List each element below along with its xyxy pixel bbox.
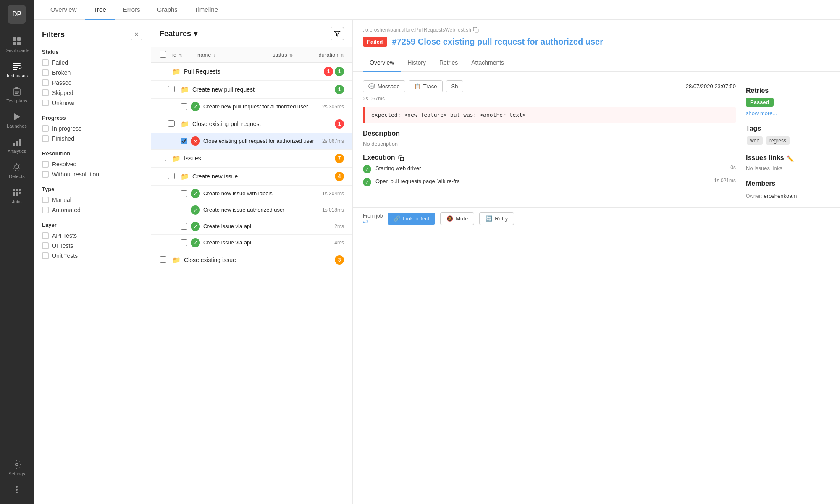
members-title: Members: [746, 180, 830, 187]
group-issues-checkbox[interactable]: [160, 155, 166, 161]
filter-failed-checkbox[interactable]: [42, 59, 49, 66]
filter-in-progress-checkbox[interactable]: [42, 125, 49, 132]
test-row-close-pr[interactable]: ✕ Close existing pull request for author…: [151, 133, 352, 150]
th-id[interactable]: id ⇅: [172, 52, 197, 58]
detail-tab-overview[interactable]: Overview: [363, 54, 401, 72]
filter-api-tests-checkbox[interactable]: [42, 232, 49, 239]
show-more-link[interactable]: show more...: [746, 110, 830, 116]
filter-automated-checkbox[interactable]: [42, 207, 49, 213]
detail-tab-attachments[interactable]: Attachments: [465, 54, 511, 72]
subfolder2-icon: 📁: [181, 120, 189, 128]
filter-unit-tests[interactable]: Unit Tests: [42, 252, 142, 259]
test-row-issue-auth[interactable]: ✓ Create new issue authorized user 1s 01…: [151, 202, 352, 218]
job-link[interactable]: #311: [363, 219, 383, 225]
sidebar-item-launches[interactable]: Launches: [0, 108, 34, 133]
test-issue-api1-checkbox[interactable]: [181, 223, 187, 230]
retry-button[interactable]: 🔄 Retry: [479, 212, 514, 225]
test-issue-api2-checkbox[interactable]: [181, 239, 187, 246]
tab-errors[interactable]: Errors: [115, 0, 149, 20]
filter-passed-checkbox[interactable]: [42, 79, 49, 86]
filter-skipped[interactable]: Skipped: [42, 89, 142, 96]
subgroup-create-issue-checkbox[interactable]: [168, 173, 175, 179]
filter-manual-label: Manual: [52, 197, 71, 203]
sidebar-item-test-plans[interactable]: Test plans: [0, 82, 34, 108]
tab-overview[interactable]: Overview: [42, 0, 85, 20]
sh-button[interactable]: Sh: [446, 80, 464, 92]
filter-broken-checkbox[interactable]: [42, 69, 49, 76]
test-close-pr-checkbox[interactable]: [181, 138, 187, 144]
tab-tree[interactable]: Tree: [85, 0, 115, 20]
copy-icon[interactable]: [473, 27, 479, 33]
tag-regress[interactable]: regress: [766, 136, 790, 145]
sidebar-item-defects[interactable]: Defects: [0, 158, 34, 183]
sidebar-item-jobs[interactable]: Jobs: [0, 183, 34, 208]
filter-automated[interactable]: Automated: [42, 207, 142, 213]
filter-in-progress[interactable]: In progress: [42, 125, 142, 132]
group-pr-checkbox[interactable]: [160, 68, 166, 74]
filter-api-tests[interactable]: API Tests: [42, 232, 142, 239]
detail-tab-retries[interactable]: Retries: [433, 54, 465, 72]
message-button[interactable]: 💬 Message: [363, 80, 405, 92]
detail-issue-number[interactable]: #7259: [392, 37, 416, 46]
filter-manual[interactable]: Manual: [42, 197, 142, 203]
filter-unit-tests-checkbox[interactable]: [42, 252, 49, 259]
filter-failed[interactable]: Failed: [42, 59, 142, 66]
tree-filter-button[interactable]: [331, 27, 344, 40]
test-issue-auth-checkbox[interactable]: [181, 207, 187, 213]
tree-title[interactable]: Features ▾: [160, 29, 197, 38]
link-defect-button[interactable]: 🔗 Link defect: [388, 213, 435, 225]
sidebar-item-test-cases[interactable]: Test cases: [0, 57, 34, 82]
filter-finished[interactable]: Finished: [42, 135, 142, 142]
subgroup-close-pr[interactable]: 📁 Close existing pull request 1: [151, 115, 352, 133]
filter-ui-tests-checkbox[interactable]: [42, 242, 49, 249]
filter-broken[interactable]: Broken: [42, 69, 142, 76]
filter-without-resolution[interactable]: Without resolution: [42, 171, 142, 178]
sidebar-item-more[interactable]: [0, 480, 34, 499]
sidebar-item-analytics[interactable]: Analytics: [0, 133, 34, 158]
tab-graphs[interactable]: Graphs: [149, 0, 186, 20]
th-duration[interactable]: duration ⇅: [306, 52, 344, 58]
test-row-issue-api-2[interactable]: ✓ Create issue via api 4ms: [151, 235, 352, 251]
copy2-icon[interactable]: [398, 155, 404, 161]
th-status[interactable]: status ⇅: [273, 52, 306, 58]
group-close-issue-checkbox[interactable]: [160, 256, 166, 263]
filter-unknown-checkbox[interactable]: [42, 100, 49, 106]
tag-web[interactable]: web: [747, 136, 763, 145]
filter-skipped-checkbox[interactable]: [42, 89, 49, 96]
sidebar-item-settings[interactable]: Settings: [0, 455, 34, 480]
subgroup-close-pr-checkbox[interactable]: [168, 120, 175, 127]
test-issue-labels-checkbox[interactable]: [181, 190, 187, 197]
filter-finished-checkbox[interactable]: [42, 135, 49, 142]
mute-button[interactable]: 🔕 Mute: [440, 212, 474, 225]
issues-links-edit-icon[interactable]: ✏️: [787, 155, 794, 162]
sidebar-item-dashboards[interactable]: Dashboards: [0, 32, 34, 57]
subgroup-create-pr-name: Create new pull request: [192, 86, 333, 93]
trace-button[interactable]: 📋 Trace: [409, 80, 443, 92]
filter-resolved-checkbox[interactable]: [42, 161, 49, 168]
test-row-issue-api-1[interactable]: ✓ Create issue via api 2ms: [151, 218, 352, 235]
th-name[interactable]: name ↓: [197, 52, 273, 58]
group-pull-requests[interactable]: 📁 Pull Requests 1 1: [151, 63, 352, 81]
test-create-pr-checkbox[interactable]: [181, 103, 187, 110]
test-close-pr-name: Close existing pull request for authoriz…: [203, 137, 319, 145]
test-row-create-pr[interactable]: ✓ Create new pull request for authorized…: [151, 99, 352, 115]
subgroup-create-pr-checkbox[interactable]: [168, 86, 175, 92]
filter-resolved[interactable]: Resolved: [42, 161, 142, 168]
detail-tab-history[interactable]: History: [401, 54, 433, 72]
list-check-icon: [12, 61, 22, 71]
subgroup-create-issue[interactable]: 📁 Create new issue 4: [151, 168, 352, 186]
filter-manual-checkbox[interactable]: [42, 197, 49, 203]
filter-passed[interactable]: Passed: [42, 79, 142, 86]
filter-unknown[interactable]: Unknown: [42, 100, 142, 106]
filter-ui-tests[interactable]: UI Tests: [42, 242, 142, 249]
tab-timeline[interactable]: Timeline: [186, 0, 226, 20]
group-issues[interactable]: 📁 Issues 7: [151, 150, 352, 168]
detail-title-main: Close existing pull request for authoriz…: [418, 37, 603, 46]
test-row-issue-labels[interactable]: ✓ Create new issue with labels 1s 304ms: [151, 186, 352, 202]
step1-duration: 0s: [730, 165, 736, 171]
filters-close-button[interactable]: ×: [131, 29, 142, 40]
group-close-issue[interactable]: 📁 Close existing issue 3: [151, 251, 352, 269]
subgroup-create-pr[interactable]: 📁 Create new pull request 1: [151, 81, 352, 99]
select-all-checkbox[interactable]: [160, 51, 166, 58]
filter-without-resolution-checkbox[interactable]: [42, 171, 49, 178]
